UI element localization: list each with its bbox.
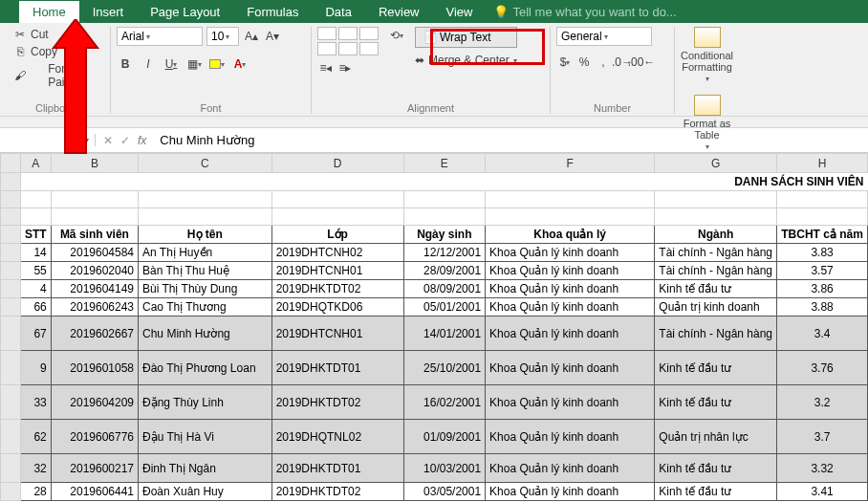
table-row[interactable]: 622019606776Đậu Thị Hà Vi2019DHQTNL0201/… (1, 420, 868, 454)
chevron-down-icon: ▾ (226, 33, 229, 41)
copy-button[interactable]: ⎘Copy (11, 44, 104, 59)
col-header-d[interactable]: D (271, 154, 403, 173)
col-header-e[interactable]: E (403, 154, 486, 173)
table-row[interactable]: 552019602040Bàn Thị Thu Huệ2019DHTCNH012… (1, 262, 868, 280)
select-all-corner[interactable] (1, 154, 21, 173)
enter-formula-icon[interactable]: ✓ (120, 134, 130, 147)
conditional-formatting-icon (694, 27, 721, 48)
chevron-down-icon: ▾ (146, 33, 150, 41)
formula-bar: ▾ ✕ ✓ fx Chu Minh Hường (0, 128, 868, 153)
decrease-decimal-button[interactable]: .00← (633, 54, 650, 71)
cancel-formula-icon[interactable]: ✕ (103, 134, 113, 147)
tell-me-search[interactable]: 💡 Tell me what you want to do... (493, 5, 676, 19)
fill-color-button[interactable]: ▾ (208, 55, 226, 73)
table-header[interactable]: TBCHT cả năm (777, 226, 868, 244)
conditional-formatting-button[interactable]: Conditional Formatting▾ (681, 27, 733, 83)
increase-indent-button[interactable]: ≡▸ (336, 59, 354, 76)
tab-review[interactable]: Review (365, 1, 433, 23)
tab-view[interactable]: View (433, 1, 487, 23)
sheet-title[interactable]: DANH SÁCH SINH VIÊN (20, 173, 867, 191)
table-header[interactable]: Lớp (271, 226, 403, 244)
fx-icon[interactable]: fx (138, 134, 146, 147)
ribbon-tabs: Home Insert Page Layout Formulas Data Re… (0, 0, 868, 23)
increase-font-button[interactable]: A▴ (243, 28, 260, 45)
copy-icon: ⎘ (13, 45, 27, 58)
table-header[interactable]: Ngày sinh (403, 226, 486, 244)
table-row[interactable]: 282019606441Đoàn Xuân Huy2019DHKTDT0203/… (1, 483, 868, 501)
table-row[interactable]: 92019601058Đào Thị Phương Loan2019DHKTDT… (1, 351, 868, 385)
table-header[interactable]: STT (20, 226, 51, 244)
chevron-down-icon: ▾ (85, 136, 89, 144)
font-color-button[interactable]: A▾ (231, 55, 249, 73)
table-row[interactable]: 672019602667Chu Minh Hường2019DHTCNH0114… (1, 316, 868, 351)
col-header-g[interactable]: G (655, 154, 777, 173)
chevron-down-icon: ▾ (604, 33, 608, 41)
table-row[interactable]: 662019606243Cao Thị Thương2019DHQTKD0605… (1, 298, 868, 316)
table-row[interactable]: 322019600217Đinh Thị Ngân2019DHKTDT0110/… (1, 454, 868, 483)
col-header-b[interactable]: B (51, 154, 138, 173)
bold-button[interactable]: B (117, 55, 134, 73)
italic-button[interactable]: I (140, 55, 157, 73)
tab-home[interactable]: Home (19, 1, 79, 23)
tab-insert[interactable]: Insert (79, 1, 138, 23)
table-header[interactable]: Mã sinh viên (51, 226, 138, 244)
underline-button[interactable]: U▾ (163, 55, 180, 73)
format-painter-button[interactable]: 🖌Format Painter (11, 61, 104, 90)
orientation-button[interactable]: ⟲▾ (388, 27, 405, 44)
cut-button[interactable]: ✂Cut (11, 27, 104, 42)
lightbulb-icon: 💡 (493, 5, 509, 19)
col-header-f[interactable]: F (486, 154, 655, 173)
wrap-text-icon: 📄 (423, 31, 438, 44)
comma-format-button[interactable]: , (595, 54, 612, 71)
brush-icon: 🖌 (13, 69, 26, 82)
ribbon: ✂Cut ⎘Copy 🖌Format Painter Clipboard Ari… (0, 23, 868, 117)
borders-button[interactable]: ▦▾ (185, 55, 203, 73)
font-name-select[interactable]: Arial▾ (117, 27, 203, 46)
table-row[interactable]: 332019604209Đặng Thùy Linh2019DHKTDT0216… (1, 385, 868, 420)
merge-icon: ⬌ (415, 54, 424, 67)
decrease-font-button[interactable]: A▾ (264, 28, 281, 45)
decrease-indent-button[interactable]: ≡◂ (317, 59, 335, 76)
clipboard-group-label: Clipboard (11, 102, 104, 114)
accounting-format-button[interactable]: $▾ (556, 54, 574, 71)
merge-center-button[interactable]: ⬌ Merge & Center▾ (415, 54, 517, 67)
table-icon (694, 95, 721, 116)
table-header[interactable]: Họ tên (139, 226, 272, 244)
col-header-a[interactable]: A (20, 154, 51, 173)
col-header-c[interactable]: C (139, 154, 272, 173)
table-row[interactable]: 42019604149Bùi Thị Thùy Dung2019DHKTDT02… (1, 280, 868, 298)
number-format-select[interactable]: General▾ (556, 27, 652, 46)
scissors-icon: ✂ (13, 28, 27, 41)
percent-format-button[interactable]: % (575, 54, 593, 71)
worksheet-grid[interactable]: A B C D E F G H DANH SÁCH SINH VIÊN STT … (0, 153, 868, 501)
wrap-text-button[interactable]: 📄 Wrap Text (415, 27, 517, 48)
table-header[interactable]: Ngành (655, 226, 777, 244)
tab-data[interactable]: Data (312, 1, 364, 23)
tab-formulas[interactable]: Formulas (233, 1, 312, 23)
font-size-select[interactable]: 10▾ (206, 27, 239, 46)
tab-page-layout[interactable]: Page Layout (137, 1, 233, 23)
name-box[interactable]: ▾ (0, 134, 96, 146)
font-group-label: Font (117, 102, 305, 114)
table-row[interactable]: 142019604584An Thị Huyền2019DHTCNH0212/1… (1, 244, 868, 262)
alignment-group-label: Alignment (317, 102, 544, 114)
number-group-label: Number (556, 102, 668, 114)
formula-input[interactable]: Chu Minh Hường (154, 131, 868, 149)
table-header[interactable]: Khoa quản lý (486, 226, 655, 244)
alignment-buttons[interactable] (317, 27, 379, 55)
col-header-h[interactable]: H (777, 154, 868, 173)
